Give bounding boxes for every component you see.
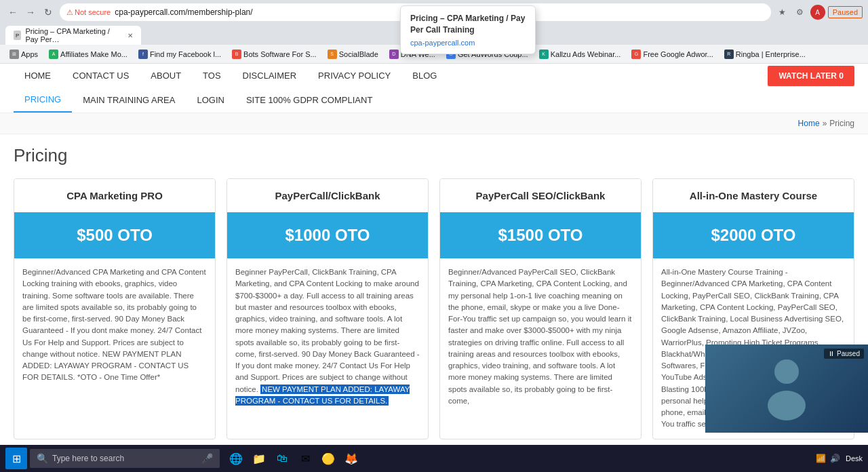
card-2-description: Beginner PayPerCall, ClickBank Training,… [235,268,420,393]
website-content: HOME CONTACT US ABOUT TOS DISCLAIMER PRI… [0,64,868,453]
nav-gdpr[interactable]: SITE 100% GDPR COMPLIANT [235,88,383,112]
not-secure-indicator: ⚠ Not secure [66,8,111,17]
edge-icon: 🌐 [229,452,243,465]
taskbar-app-mail[interactable]: ✉ [294,448,316,469]
breadcrumb: Home » Pricing [0,113,868,134]
bookmark-button[interactable]: ★ [775,5,790,20]
nav-home[interactable]: HOME [14,64,62,87]
card-1-description: Beginner/Advanced CPA Marketing and CPA … [22,268,206,381]
bookmark-bots[interactable]: B Bots Software For S... [228,48,321,60]
card-1-price: $500 OTO [14,212,215,258]
site-navigation: HOME CONTACT US ABOUT TOS DISCLAIMER PRI… [0,64,868,113]
bots-icon: B [232,50,241,59]
pricing-card-3: PayPerCall SEO/ClickBank $1500 OTO Begin… [439,178,642,439]
back-button[interactable]: ← [5,5,20,20]
affiliates-icon: A [49,50,58,59]
nav-disclaimer[interactable]: DISCLAIMER [232,64,307,87]
bookmark-socialblade[interactable]: S SocialBlade [323,48,382,60]
mail-icon: ✉ [301,452,310,465]
svg-point-0 [774,359,799,384]
lock-icon: ⚠ [66,8,73,17]
active-tab[interactable]: P Pricing – CPA Marketing / Pay Per… ✕ [5,26,141,45]
volume-icon[interactable]: 🔊 [830,454,840,463]
dna-icon: D [389,50,399,59]
search-icon: 🔍 [37,453,48,464]
windows-icon: ⊞ [12,452,21,465]
nav-login[interactable]: LOGIN [186,88,235,112]
ringba-icon: R [724,50,734,59]
nav-blog[interactable]: BLOG [401,64,448,87]
taskbar-app-chrome[interactable]: 🟡 [317,448,339,469]
refresh-button[interactable]: ↻ [41,5,56,20]
person-silhouette [760,355,814,422]
page-title: Pricing [14,145,854,166]
card-4-price: $2000 OTO [653,212,854,258]
firefox-icon: 🦊 [344,452,358,465]
browser-nav-buttons: ← → ↻ [5,5,56,20]
nav-about[interactable]: ABOUT [140,64,192,87]
taskbar-app-store[interactable]: 🛍 [271,448,293,469]
paused-button[interactable]: Paused [828,6,863,18]
card-3-price: $1500 OTO [440,212,641,258]
microphone-icon[interactable]: 🎤 [201,453,213,464]
bookmark-free-google[interactable]: G Free Google Adwor... [627,48,717,60]
nav-main-training[interactable]: MAIN TRAINING AREA [72,88,186,112]
start-button[interactable]: ⊞ [5,448,27,469]
nav-contact[interactable]: CONTACT US [62,64,140,87]
chrome-icon: 🟡 [321,452,335,465]
card-2-body: Beginner PayPerCall, ClickBank Training,… [227,258,428,439]
card-1-title: CPA Marketing PRO [14,179,215,212]
taskbar-search[interactable]: 🔍 Type here to search 🎤 [30,449,220,468]
nav-links-row-2: PRICING MAIN TRAINING AREA LOGIN SITE 10… [0,87,868,113]
taskbar-right: 📶 🔊 Desk [816,454,863,463]
bookmark-facebook[interactable]: f Find my Facebook l... [134,48,225,60]
watch-later-button[interactable]: WATCH LATER 0 [768,66,854,86]
card-2-title: PayPerCall/ClickBank [227,179,428,212]
page-header: Pricing [0,134,868,172]
system-tray-icons: 📶 🔊 [816,454,840,463]
video-overlay: ⏸ Paused [705,345,868,433]
search-placeholder-text: Type here to search [52,454,124,463]
card-3-body: Beginner/Advanced PayPerCall SEO, ClickB… [440,258,641,439]
card-2-highlight: NEW PAYMENT PLAN ADDED: LAYAWAY PROGRAM … [235,385,410,406]
kallzu-icon: K [539,50,549,59]
profile-button[interactable]: A [810,5,825,20]
explorer-icon: 📁 [252,452,266,465]
nav-privacy[interactable]: PRIVACY POLICY [307,64,401,87]
taskbar-apps: 🌐 📁 🛍 ✉ 🟡 🦊 [225,448,362,469]
bookmark-apps[interactable]: ⊞ Apps [5,48,42,60]
nav-links-row-1: HOME CONTACT US ABOUT TOS DISCLAIMER PRI… [14,64,448,87]
bookmark-affiliates[interactable]: A Affiliates Make Mo... [45,48,132,60]
tab-close-button[interactable]: ✕ [127,32,133,39]
tooltip-popup: Pricing – CPA Marketing / Pay Per Call T… [400,5,536,54]
tab-title: Pricing – CPA Marketing / Pay Per… [25,27,123,43]
breadcrumb-current: Pricing [829,119,854,128]
nav-pricing[interactable]: PRICING [14,87,72,113]
pricing-card-2: PayPerCall/ClickBank $1000 OTO Beginner … [226,178,429,439]
tab-favicon: P [14,31,21,40]
extensions-button[interactable]: ⚙ [793,5,808,20]
tooltip-title: Pricing – CPA Marketing / Pay Per Call T… [410,13,526,36]
forward-button[interactable]: → [23,5,38,20]
video-controls[interactable]: ⏸ Paused [824,349,864,359]
breadcrumb-home[interactable]: Home [798,119,820,128]
network-icon[interactable]: 📶 [816,454,826,463]
taskbar-app-explorer[interactable]: 📁 [248,448,270,469]
svg-point-1 [768,391,806,420]
card-1-body: Beginner/Advanced CPA Marketing and CPA … [14,258,215,439]
store-icon: 🛍 [277,452,288,465]
taskbar-app-firefox[interactable]: 🦊 [340,448,362,469]
card-3-title: PayPerCall SEO/ClickBank [440,179,641,212]
taskbar-app-edge[interactable]: 🌐 [225,448,247,469]
breadcrumb-separator: » [823,119,827,128]
nav-tos[interactable]: TOS [192,64,232,87]
bookmark-ringba[interactable]: R Ringba | Enterprise... [720,48,810,60]
apps-icon: ⊞ [9,50,19,59]
bookmark-kallzu[interactable]: K Kallzu Ads Webinar... [535,48,625,60]
facebook-icon: f [138,50,148,59]
tooltip-url: cpa-paypercall.com [410,39,526,47]
taskbar-clock: Desk [846,454,863,463]
socialblade-icon: S [328,50,337,59]
card-3-description: Beginner/Advanced PayPerCall SEO, ClickB… [448,268,631,405]
card-4-title: All-in-One Mastery Course [653,179,854,212]
